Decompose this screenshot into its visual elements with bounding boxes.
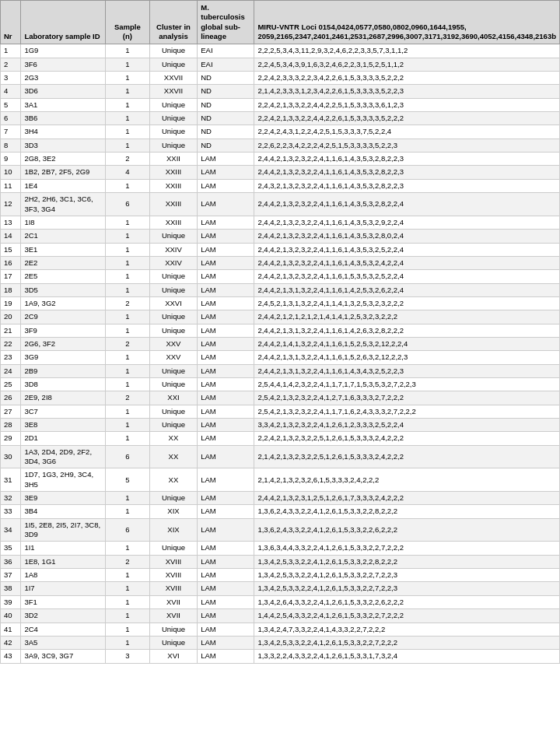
cell-cluster: Unique [149, 324, 198, 337]
cell-sublineage: LAM [198, 377, 254, 391]
cell-cluster: XVIII [149, 555, 198, 568]
cell-miru: 2,1,4,2,3,3,3,1,2,3,4,2,2,6,1,5,3,3,3,3,… [254, 85, 560, 98]
cell-miru: 2,4,4,2,1,3,2,3,2,2,4,1,1,6,1,4,3,5,3,2,… [254, 153, 560, 166]
cell-sample: 1 [105, 324, 149, 337]
cell-cluster: Unique [149, 270, 198, 283]
cell-miru: 2,2,4,5,3,4,3,9,1,6,3,2,4,6,2,2,3,1,5,2,… [254, 58, 560, 71]
cell-lab-id: 3E9 [21, 492, 106, 505]
cell-sublineage: ND [198, 139, 254, 152]
cell-sample: 1 [105, 125, 149, 139]
cell-miru: 2,4,5,2,1,3,1,3,2,2,4,1,1,4,1,3,2,5,3,2,… [254, 296, 560, 310]
cell-lab-id: 1D7, 1G3, 2H9, 3C4, 3H5 [21, 468, 106, 492]
cell-sublineage: LAM [198, 193, 254, 216]
cell-sample: 1 [105, 85, 149, 98]
cell-sublineage: LAM [198, 296, 254, 310]
cell-sample: 2 [105, 153, 149, 166]
cell-sublineage: LAM [198, 243, 254, 256]
cell-sample: 1 [105, 542, 149, 555]
cell-sample: 1 [105, 216, 149, 229]
cell-sample: 1 [105, 58, 149, 71]
table-row: 111E41XXIIILAM2,4,3,2,1,3,2,3,2,2,4,1,1,… [1, 179, 560, 192]
cell-sublineage: LAM [198, 623, 254, 636]
cell-lab-id: 3E8 [21, 419, 106, 432]
cell-nr: 24 [1, 364, 21, 377]
cell-sublineage: LAM [198, 555, 254, 568]
table-row: 393F11XVIILAM1,3,4,2,6,4,3,3,2,2,4,1,2,6… [1, 595, 560, 608]
cell-nr: 26 [1, 391, 21, 405]
cell-miru: 2,5,4,4,1,4,2,3,2,2,4,1,1,7,1,7,1,5,3,5,… [254, 377, 560, 391]
cell-cluster: Unique [149, 283, 198, 296]
table-row: 403D21XVIILAM1,4,4,2,5,4,3,3,2,2,4,1,2,6… [1, 609, 560, 623]
table-row: 283E81UniqueLAM3,3,4,2,1,3,2,3,2,2,4,1,2… [1, 419, 560, 432]
cell-miru: 2,2,4,2,3,3,3,2,2,3,4,2,2,6,1,5,3,3,3,3,… [254, 72, 560, 85]
cell-nr: 43 [1, 650, 21, 663]
cell-nr: 14 [1, 230, 21, 243]
cell-sample: 6 [105, 445, 149, 468]
cell-cluster: Unique [149, 636, 198, 649]
cell-cluster: Unique [149, 364, 198, 377]
cell-miru: 3,3,4,2,1,3,2,3,2,2,4,1,2,6,1,2,3,3,3,2,… [254, 419, 560, 432]
cell-nr: 21 [1, 324, 21, 337]
cell-miru: 2,2,4,2,1,3,3,2,2,4,4,2,2,5,1,5,3,3,3,3,… [254, 98, 560, 111]
cell-lab-id: 3D6 [21, 85, 106, 98]
cell-cluster: Unique [149, 230, 198, 243]
cell-miru: 2,1,4,2,1,3,2,3,2,2,5,1,2,6,1,5,3,3,3,2,… [254, 445, 560, 468]
header-cluster: Cluster in analysis [149, 1, 198, 44]
cell-sample: 1 [105, 112, 149, 125]
cell-lab-id: 1E8, 1G1 [21, 555, 106, 568]
cell-cluster: Unique [149, 139, 198, 152]
cell-cluster: Unique [149, 310, 198, 324]
cell-sample: 1 [105, 98, 149, 111]
cell-sublineage: EAI [198, 58, 254, 71]
cell-miru: 2,4,4,2,1,3,1,3,2,2,4,1,1,6,1,4,2,5,3,2,… [254, 283, 560, 296]
cell-miru: 2,2,6,2,2,3,4,2,2,2,4,2,5,1,5,3,3,3,3,5,… [254, 139, 560, 152]
cell-sample: 1 [105, 377, 149, 391]
cell-miru: 2,4,4,2,1,2,1,2,1,2,1,4,1,4,1,2,5,3,2,3,… [254, 310, 560, 324]
cell-cluster: XX [149, 468, 198, 492]
cell-nr: 23 [1, 351, 21, 364]
cell-cluster: XXVII [149, 85, 198, 98]
cell-lab-id: 2G3 [21, 72, 106, 85]
cell-sublineage: LAM [198, 216, 254, 229]
table-row: 183D51UniqueLAM2,4,4,2,1,3,1,3,2,2,4,1,1… [1, 283, 560, 296]
cell-lab-id: 3G9 [21, 351, 106, 364]
cell-nr: 38 [1, 582, 21, 595]
cell-cluster: XXIII [149, 179, 198, 192]
cell-cluster: Unique [149, 377, 198, 391]
cell-lab-id: 3F1 [21, 595, 106, 608]
cell-nr: 40 [1, 609, 21, 623]
cell-sublineage: LAM [198, 405, 254, 418]
cell-nr: 3 [1, 72, 21, 85]
table-row: 153E11XXIVLAM2,4,4,2,1,3,2,3,2,2,4,1,1,6… [1, 243, 560, 256]
cell-sample: 1 [105, 405, 149, 418]
header-lab-id: Laboratory sample ID [21, 1, 106, 44]
cell-nr: 8 [1, 139, 21, 152]
table-row: 202C91UniqueLAM2,4,4,2,1,2,1,2,1,2,1,4,1… [1, 310, 560, 324]
cell-sample: 1 [105, 179, 149, 192]
cell-cluster: XVIII [149, 569, 198, 582]
cell-sample: 5 [105, 468, 149, 492]
cell-cluster: XX [149, 432, 198, 445]
cell-sample: 1 [105, 569, 149, 582]
cell-sample: 2 [105, 296, 149, 310]
cell-nr: 33 [1, 505, 21, 518]
cell-miru: 1,3,6,2,4,3,3,2,2,4,1,2,6,1,5,3,3,2,2,8,… [254, 505, 560, 518]
cell-miru: 1,3,4,2,5,3,3,2,2,4,1,2,6,1,5,3,3,2,2,7,… [254, 569, 560, 582]
cell-nr: 17 [1, 270, 21, 283]
cell-miru: 1,3,4,2,5,3,3,2,2,4,1,2,6,1,5,3,3,2,2,7,… [254, 636, 560, 649]
cell-lab-id: 3C7 [21, 405, 106, 418]
table-row: 142C11UniqueLAM2,4,4,2,1,3,2,3,2,2,4,1,1… [1, 230, 560, 243]
cell-sublineage: LAM [198, 432, 254, 445]
cell-miru: 2,4,4,2,1,3,2,3,2,2,4,1,1,6,1,4,3,5,3,2,… [254, 256, 560, 269]
cell-lab-id: 2E9, 2I8 [21, 391, 106, 405]
cell-cluster: Unique [149, 112, 198, 125]
cell-nr: 27 [1, 405, 21, 418]
cell-lab-id: 1A9, 3G2 [21, 296, 106, 310]
cell-miru: 2,2,4,2,4,3,1,2,2,4,2,5,1,5,3,3,3,7,5,2,… [254, 125, 560, 139]
cell-cluster: XXIV [149, 243, 198, 256]
cell-miru: 2,4,4,2,1,3,2,3,2,2,4,1,1,6,1,4,3,5,3,2,… [254, 216, 560, 229]
cell-sample: 1 [105, 243, 149, 256]
cell-nr: 19 [1, 296, 21, 310]
table-row: 213F91UniqueLAM2,4,4,2,1,3,1,3,2,2,4,1,1… [1, 324, 560, 337]
cell-lab-id: 3H4 [21, 125, 106, 139]
